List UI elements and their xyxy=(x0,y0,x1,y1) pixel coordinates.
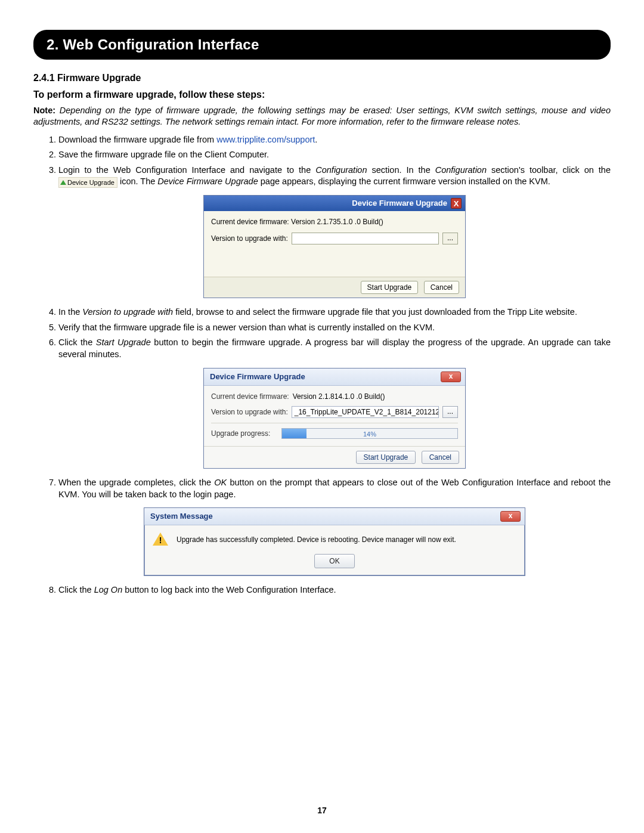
section-subhead: To perform a firmware upgrade, follow th… xyxy=(33,88,611,101)
current-firmware-value: Version 2.1.735.1.0 .0 Build() xyxy=(291,218,383,226)
version-upgrade-label: Version to upgrade with: xyxy=(211,234,288,243)
dialog-title-bar: Device Firmware Upgrade x xyxy=(204,368,465,386)
dialog-title-bar: System Message x xyxy=(144,508,525,525)
dialog-title-bar: Device Firmware Upgrade X xyxy=(204,196,465,211)
progress-bar-text: 14% xyxy=(282,429,457,438)
current-firmware-value: Version 2.1.814.1.0 .0 Build() xyxy=(293,392,385,401)
dialog-title: Device Firmware Upgrade xyxy=(210,371,305,382)
step-8: Click the Log On button to log back into… xyxy=(58,584,611,596)
dialog-title: System Message xyxy=(150,511,213,522)
step-5: Verify that the firmware upgrade file is… xyxy=(58,322,611,334)
note-paragraph: Note: Depending on the type of firmware … xyxy=(33,105,611,128)
current-firmware-label: Current device firmware: xyxy=(211,392,289,401)
close-icon[interactable]: X xyxy=(451,198,462,209)
close-icon[interactable]: x xyxy=(500,511,521,522)
current-firmware-row: Current device firmware: Version 2.1.735… xyxy=(211,217,458,227)
step-7: When the upgrade completes, click the OK… xyxy=(58,477,611,576)
page-number: 17 xyxy=(0,805,644,816)
current-firmware-label: Current device firmware: xyxy=(211,218,289,226)
banner-title: 2. Web Configuration Interface xyxy=(47,36,259,52)
close-icon[interactable]: x xyxy=(441,371,461,382)
support-link[interactable]: www.tripplite.com/support xyxy=(216,135,315,144)
current-firmware-row: Current device firmware: Version 2.1.814… xyxy=(211,392,458,401)
note-label: Note: xyxy=(33,106,55,115)
cancel-button[interactable]: Cancel xyxy=(424,281,459,294)
arrow-up-icon xyxy=(60,180,66,185)
system-message-text: Upgrade has successfully completed. Devi… xyxy=(177,535,456,544)
device-upgrade-icon-chip: Device Upgrade xyxy=(58,177,117,188)
ok-button[interactable]: OK xyxy=(314,554,354,568)
step-1: Download the firmware upgrade file from … xyxy=(58,134,611,146)
section-banner: 2. Web Configuration Interface xyxy=(33,30,611,60)
step-2: Save the firmware upgrade file on the Cl… xyxy=(58,149,611,161)
upgrade-file-input[interactable] xyxy=(292,233,439,244)
upgrade-progress-label: Upgrade progress: xyxy=(211,429,278,438)
version-upgrade-label: Version to upgrade with: xyxy=(211,407,288,417)
note-text: Depending on the type of firmware upgrad… xyxy=(33,106,611,127)
dialog-system-message: System Message x Upgrade has successfull… xyxy=(144,507,525,576)
step-4: In the Version to upgrade with field, br… xyxy=(58,306,611,318)
progress-bar: 14% xyxy=(281,428,458,439)
browse-button[interactable]: ... xyxy=(442,233,458,244)
step-6: Click the Start Upgrade button to begin … xyxy=(58,337,611,469)
browse-button[interactable]: ... xyxy=(442,406,458,418)
dialog-firmware-upgrade-initial: Device Firmware Upgrade X Current device… xyxy=(203,195,466,298)
start-upgrade-button[interactable]: Start Upgrade xyxy=(356,451,416,464)
section-title: 2.4.1 Firmware Upgrade xyxy=(33,72,611,85)
cancel-button[interactable]: Cancel xyxy=(422,451,459,464)
dialog-title: Device Firmware Upgrade xyxy=(352,198,447,209)
upgrade-file-input[interactable]: _16_TrippLite_UPDATE_V2_1_B814_20121218.… xyxy=(292,406,439,418)
dialog-firmware-upgrade-progress: Device Firmware Upgrade x Current device… xyxy=(203,368,466,469)
start-upgrade-button[interactable]: Start Upgrade xyxy=(361,281,419,294)
warning-icon xyxy=(153,532,168,547)
step-3: Login to the Web Configuration Interface… xyxy=(58,165,611,299)
